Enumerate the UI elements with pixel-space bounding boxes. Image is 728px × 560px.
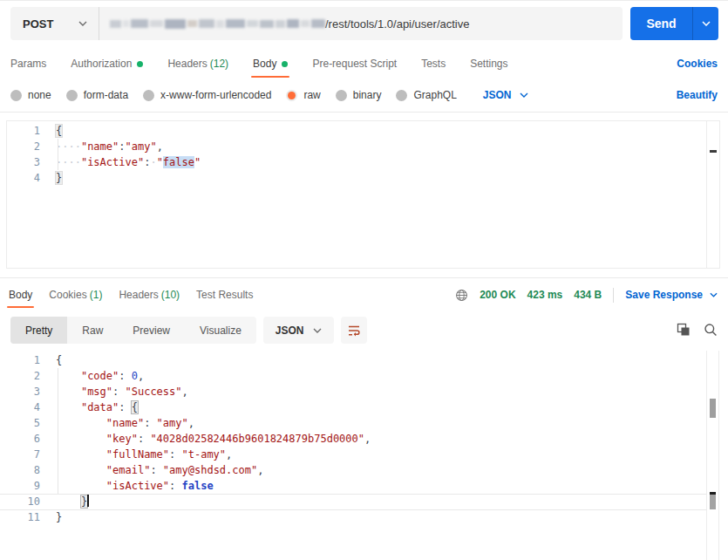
code-line: 9 "isActive": false <box>7 478 728 494</box>
tab-pre-request-script[interactable]: Pre-request Script <box>312 49 397 79</box>
green-dot-icon <box>282 61 288 67</box>
tab-count: (12) <box>210 58 228 70</box>
tab-params[interactable]: Params <box>10 49 46 79</box>
line-number: 8 <box>7 462 40 478</box>
content-type-label: JSON <box>483 89 512 101</box>
tab-label: Cookies <box>49 289 86 301</box>
scrollbar-mark <box>710 495 716 509</box>
code-line: 5 "name": "amy", <box>7 415 728 431</box>
view-tab-raw[interactable]: Raw <box>67 317 118 344</box>
chevron-down-icon <box>520 92 528 98</box>
tab-label: Pre-request Script <box>312 58 397 70</box>
code-text: } <box>40 170 62 186</box>
code-text: "fullName": "t-amy", <box>40 447 232 462</box>
request-url-input[interactable]: /rest/tools/1.0/api/user/active <box>99 7 623 40</box>
response-tab-body[interactable]: Body <box>9 282 32 308</box>
body-mode-form-data[interactable]: form-data <box>66 89 128 101</box>
request-method-label: POST <box>23 17 53 31</box>
view-tab-visualize[interactable]: Visualize <box>185 317 256 344</box>
mode-label: none <box>28 89 51 101</box>
divider <box>0 112 728 113</box>
radio-icon <box>143 90 154 101</box>
divider <box>613 288 614 303</box>
response-tab-headers[interactable]: Headers(10) <box>119 282 180 308</box>
view-tab-preview[interactable]: Preview <box>118 317 185 344</box>
copy-button[interactable] <box>677 323 691 337</box>
body-mode-binary[interactable]: binary <box>336 89 382 101</box>
save-response-button[interactable]: Save Response <box>625 289 718 301</box>
mode-label: raw <box>303 89 320 101</box>
wrap-lines-button[interactable] <box>341 317 367 344</box>
status-badge[interactable]: 200 OK <box>480 289 515 301</box>
beautify-link[interactable]: Beautify <box>677 89 718 101</box>
tab-tests[interactable]: Tests <box>421 49 446 79</box>
tab-count: (1) <box>90 289 103 301</box>
body-mode-raw[interactable]: raw <box>286 89 320 101</box>
body-mode-none[interactable]: none <box>10 89 51 101</box>
send-label: Send <box>646 17 676 31</box>
code-text: "name": "amy", <box>40 415 194 431</box>
radio-icon <box>286 90 297 101</box>
tab-authorization[interactable]: Authorization <box>71 49 143 79</box>
response-format-label: JSON <box>276 324 304 337</box>
chevron-down-icon <box>710 292 718 297</box>
cursor-position-mark <box>710 150 717 153</box>
line-number: 7 <box>7 447 40 462</box>
line-number: 2 <box>7 139 40 154</box>
response-body-editor[interactable]: 1{2 "code": 0,3 "msg": "Success",4 "data… <box>0 351 728 560</box>
radio-icon <box>396 90 407 101</box>
time-badge[interactable]: 423 ms <box>527 289 563 301</box>
indent-guide <box>58 368 58 495</box>
tab-settings[interactable]: Settings <box>470 49 507 79</box>
body-mode-graphql[interactable]: GraphQL <box>396 89 456 101</box>
radio-icon <box>336 90 347 101</box>
active-tab-underline <box>251 76 289 78</box>
code-text: "data": { <box>40 400 138 415</box>
wrap-lines-icon <box>347 324 361 338</box>
body-mode-x-www-form-urlencoded[interactable]: x-www-form-urlencoded <box>143 89 271 101</box>
code-text: "isActive": false <box>40 478 214 494</box>
request-method-select[interactable]: POST <box>10 7 99 40</box>
editor-annotation-gutter <box>706 351 719 560</box>
response-tab-test-results[interactable]: Test Results <box>196 282 253 308</box>
cookies-link[interactable]: Cookies <box>677 58 718 70</box>
code-line: 10 } <box>7 494 728 509</box>
code-text: } <box>40 494 89 509</box>
editor-annotation-gutter <box>706 121 719 268</box>
line-number: 11 <box>7 509 40 525</box>
code-text: { <box>40 352 62 368</box>
chevron-down-icon <box>313 328 322 333</box>
request-body-editor[interactable]: 1{2····"name":"amy",3····"isActive":·"fa… <box>6 120 720 269</box>
size-badge[interactable]: 434 B <box>574 289 602 301</box>
line-number: 9 <box>7 478 40 494</box>
save-response-label: Save Response <box>625 289 703 301</box>
code-line: 6 "key": "4028d02582446b9601824879b75d00… <box>7 431 728 447</box>
line-number: 10 <box>7 494 40 509</box>
content-type-select[interactable]: JSON <box>483 89 528 101</box>
chevron-down-icon <box>702 21 711 26</box>
view-tab-pretty[interactable]: Pretty <box>10 317 67 344</box>
response-header: BodyCookies(1)Headers(10)Test Results 20… <box>0 278 728 308</box>
code-line: 4} <box>7 170 719 186</box>
send-options-button[interactable] <box>693 7 718 40</box>
active-tab-underline <box>7 306 34 308</box>
response-toolbar: PrettyRawPreviewVisualize JSON <box>0 308 728 351</box>
code-text: "email": "amy@shdsd.com", <box>40 462 263 478</box>
code-text: { <box>40 123 62 139</box>
tab-headers[interactable]: Headers(12) <box>167 49 228 79</box>
line-number: 5 <box>7 415 40 431</box>
code-line: 2 "code": 0, <box>7 368 728 384</box>
tab-label: Body <box>9 289 32 301</box>
code-text: "msg": "Success", <box>40 384 188 400</box>
text-cursor <box>87 494 89 507</box>
tab-body[interactable]: Body <box>253 49 288 79</box>
tab-label: Authorization <box>71 58 132 70</box>
green-dot-icon <box>137 61 143 67</box>
code-line: 7 "fullName": "t-amy", <box>7 447 728 462</box>
search-button[interactable] <box>704 323 718 337</box>
code-line: 1{ <box>7 352 728 368</box>
response-format-select[interactable]: JSON <box>263 317 334 344</box>
line-number: 3 <box>7 384 40 400</box>
send-button[interactable]: Send <box>630 7 693 40</box>
response-tab-cookies[interactable]: Cookies(1) <box>49 282 102 308</box>
